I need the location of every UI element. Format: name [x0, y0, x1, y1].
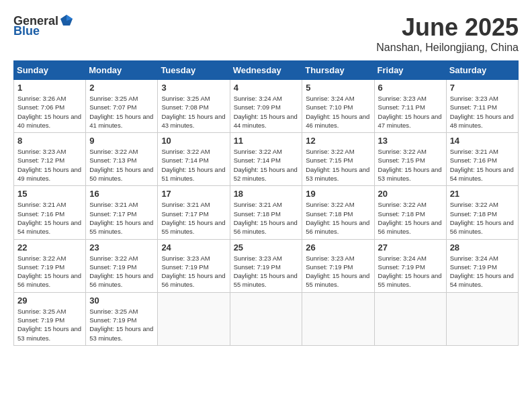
weekday-header-tuesday: Tuesday	[158, 61, 230, 80]
day-info: Sunrise: 3:22 AM Sunset: 7:15 PM Dayligh…	[306, 147, 370, 183]
calendar-cell: 14 Sunrise: 3:21 AM Sunset: 7:16 PM Dayl…	[446, 133, 518, 186]
calendar-cell: 26 Sunrise: 3:23 AM Sunset: 7:19 PM Dayl…	[302, 239, 374, 292]
calendar-cell	[446, 292, 518, 345]
day-number: 30	[89, 295, 154, 306]
calendar-cell: 12 Sunrise: 3:22 AM Sunset: 7:15 PM Dayl…	[302, 133, 374, 186]
calendar-week-2: 8 Sunrise: 3:23 AM Sunset: 7:12 PM Dayli…	[14, 133, 519, 186]
calendar-cell: 9 Sunrise: 3:22 AM Sunset: 7:13 PM Dayli…	[86, 133, 158, 186]
day-info: Sunrise: 3:25 AM Sunset: 7:07 PM Dayligh…	[89, 94, 154, 130]
day-info: Sunrise: 3:22 AM Sunset: 7:19 PM Dayligh…	[17, 254, 82, 289]
day-number: 25	[234, 242, 299, 253]
day-info: Sunrise: 3:22 AM Sunset: 7:13 PM Dayligh…	[89, 147, 154, 183]
weekday-header-wednesday: Wednesday	[230, 61, 302, 80]
day-info: Sunrise: 3:21 AM Sunset: 7:17 PM Dayligh…	[161, 200, 226, 236]
weekday-header-monday: Monday	[86, 61, 158, 80]
calendar-cell: 13 Sunrise: 3:22 AM Sunset: 7:15 PM Dayl…	[374, 133, 446, 186]
calendar-cell: 8 Sunrise: 3:23 AM Sunset: 7:12 PM Dayli…	[14, 133, 86, 186]
calendar-cell: 11 Sunrise: 3:22 AM Sunset: 7:14 PM Dayl…	[230, 133, 302, 186]
calendar-cell: 22 Sunrise: 3:22 AM Sunset: 7:19 PM Dayl…	[14, 239, 86, 292]
day-info: Sunrise: 3:23 AM Sunset: 7:19 PM Dayligh…	[234, 254, 299, 289]
day-number: 7	[450, 83, 515, 93]
calendar-table: SundayMondayTuesdayWednesdayThursdayFrid…	[13, 60, 519, 346]
day-number: 29	[17, 295, 82, 306]
day-info: Sunrise: 3:21 AM Sunset: 7:16 PM Dayligh…	[450, 147, 515, 183]
day-number: 15	[17, 189, 82, 199]
calendar-cell: 7 Sunrise: 3:23 AM Sunset: 7:11 PM Dayli…	[446, 80, 518, 133]
calendar-cell: 28 Sunrise: 3:24 AM Sunset: 7:19 PM Dayl…	[446, 239, 518, 292]
day-info: Sunrise: 3:24 AM Sunset: 7:19 PM Dayligh…	[450, 254, 515, 289]
calendar-cell: 17 Sunrise: 3:21 AM Sunset: 7:17 PM Dayl…	[158, 186, 230, 239]
day-number: 8	[17, 136, 82, 146]
day-number: 17	[161, 189, 226, 199]
day-info: Sunrise: 3:25 AM Sunset: 7:19 PM Dayligh…	[89, 307, 154, 342]
calendar-cell: 6 Sunrise: 3:23 AM Sunset: 7:11 PM Dayli…	[374, 80, 446, 133]
calendar-cell: 3 Sunrise: 3:25 AM Sunset: 7:08 PM Dayli…	[158, 80, 230, 133]
calendar-cell: 15 Sunrise: 3:21 AM Sunset: 7:16 PM Dayl…	[14, 186, 86, 239]
calendar-cell	[158, 292, 230, 345]
day-number: 11	[234, 136, 299, 146]
title-block: June 2025 Nanshan, Heilongjiang, China	[376, 13, 519, 54]
logo-flag-icon	[59, 13, 74, 28]
day-info: Sunrise: 3:23 AM Sunset: 7:11 PM Dayligh…	[378, 94, 443, 130]
day-number: 4	[234, 83, 299, 93]
day-info: Sunrise: 3:21 AM Sunset: 7:17 PM Dayligh…	[89, 200, 154, 236]
day-info: Sunrise: 3:23 AM Sunset: 7:19 PM Dayligh…	[306, 254, 370, 289]
day-info: Sunrise: 3:25 AM Sunset: 7:19 PM Dayligh…	[17, 307, 82, 342]
day-number: 12	[306, 136, 370, 146]
calendar-week-1: 1 Sunrise: 3:26 AM Sunset: 7:06 PM Dayli…	[14, 80, 519, 133]
day-number: 9	[89, 136, 154, 146]
day-info: Sunrise: 3:24 AM Sunset: 7:10 PM Dayligh…	[306, 94, 370, 130]
location-title: Nanshan, Heilongjiang, China	[376, 42, 519, 54]
day-info: Sunrise: 3:22 AM Sunset: 7:15 PM Dayligh…	[378, 147, 443, 183]
day-info: Sunrise: 3:22 AM Sunset: 7:18 PM Dayligh…	[450, 200, 515, 236]
day-info: Sunrise: 3:21 AM Sunset: 7:18 PM Dayligh…	[234, 200, 299, 236]
day-number: 13	[378, 136, 443, 146]
day-info: Sunrise: 3:23 AM Sunset: 7:12 PM Dayligh…	[17, 147, 82, 183]
weekday-header-friday: Friday	[374, 61, 446, 80]
calendar-cell: 24 Sunrise: 3:23 AM Sunset: 7:19 PM Dayl…	[158, 239, 230, 292]
day-number: 19	[306, 189, 370, 199]
weekday-header-sunday: Sunday	[14, 61, 86, 80]
day-info: Sunrise: 3:21 AM Sunset: 7:16 PM Dayligh…	[17, 200, 82, 236]
month-title: June 2025	[376, 13, 519, 42]
calendar-cell: 21 Sunrise: 3:22 AM Sunset: 7:18 PM Dayl…	[446, 186, 518, 239]
calendar-cell	[374, 292, 446, 345]
calendar-cell: 1 Sunrise: 3:26 AM Sunset: 7:06 PM Dayli…	[14, 80, 86, 133]
calendar-cell: 18 Sunrise: 3:21 AM Sunset: 7:18 PM Dayl…	[230, 186, 302, 239]
calendar-cell: 2 Sunrise: 3:25 AM Sunset: 7:07 PM Dayli…	[86, 80, 158, 133]
day-info: Sunrise: 3:22 AM Sunset: 7:14 PM Dayligh…	[234, 147, 299, 183]
page-header: General Blue June 2025 Nanshan, Heilongj…	[13, 13, 519, 54]
day-number: 3	[161, 83, 226, 93]
day-number: 28	[450, 242, 515, 253]
day-number: 27	[378, 242, 443, 253]
day-number: 23	[89, 242, 154, 253]
day-number: 18	[234, 189, 299, 199]
calendar-week-4: 22 Sunrise: 3:22 AM Sunset: 7:19 PM Dayl…	[14, 239, 519, 292]
calendar-cell: 16 Sunrise: 3:21 AM Sunset: 7:17 PM Dayl…	[86, 186, 158, 239]
calendar-cell: 27 Sunrise: 3:24 AM Sunset: 7:19 PM Dayl…	[374, 239, 446, 292]
logo-blue-text: Blue	[13, 24, 40, 38]
calendar-cell: 25 Sunrise: 3:23 AM Sunset: 7:19 PM Dayl…	[230, 239, 302, 292]
day-number: 2	[89, 83, 154, 93]
calendar-cell: 23 Sunrise: 3:22 AM Sunset: 7:19 PM Dayl…	[86, 239, 158, 292]
day-info: Sunrise: 3:24 AM Sunset: 7:09 PM Dayligh…	[234, 94, 299, 130]
day-info: Sunrise: 3:22 AM Sunset: 7:19 PM Dayligh…	[89, 254, 154, 289]
calendar-cell: 30 Sunrise: 3:25 AM Sunset: 7:19 PM Dayl…	[86, 292, 158, 345]
day-number: 16	[89, 189, 154, 199]
day-number: 21	[450, 189, 515, 199]
weekday-header-thursday: Thursday	[302, 61, 374, 80]
calendar-week-3: 15 Sunrise: 3:21 AM Sunset: 7:16 PM Dayl…	[14, 186, 519, 239]
calendar-cell	[230, 292, 302, 345]
logo: General Blue	[13, 13, 75, 38]
calendar-cell: 20 Sunrise: 3:22 AM Sunset: 7:18 PM Dayl…	[374, 186, 446, 239]
day-info: Sunrise: 3:22 AM Sunset: 7:14 PM Dayligh…	[161, 147, 226, 183]
calendar-week-5: 29 Sunrise: 3:25 AM Sunset: 7:19 PM Dayl…	[14, 292, 519, 345]
calendar-cell: 10 Sunrise: 3:22 AM Sunset: 7:14 PM Dayl…	[158, 133, 230, 186]
day-number: 1	[17, 83, 82, 93]
day-number: 5	[306, 83, 370, 93]
day-info: Sunrise: 3:23 AM Sunset: 7:19 PM Dayligh…	[161, 254, 226, 289]
day-info: Sunrise: 3:22 AM Sunset: 7:18 PM Dayligh…	[378, 200, 443, 236]
day-number: 14	[450, 136, 515, 146]
day-info: Sunrise: 3:24 AM Sunset: 7:19 PM Dayligh…	[378, 254, 443, 289]
day-number: 6	[378, 83, 443, 93]
